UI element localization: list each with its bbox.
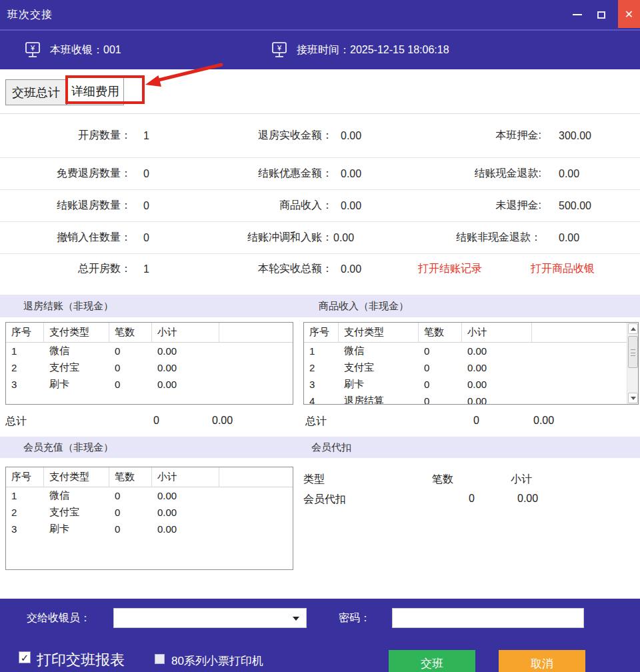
cell-index: 2 — [6, 359, 44, 376]
cell-payment-type: 支付宝 — [44, 504, 109, 521]
stat-label: 免费退房数量： — [0, 167, 131, 181]
table-row[interactable]: 4 退房结算 0 0.00 — [304, 393, 638, 405]
svg-text:¥: ¥ — [277, 44, 282, 52]
section-bar-bottom: 会员充值（非现金） 会员代扣 — [0, 437, 640, 458]
print-report-label: 打印交班报表 — [37, 650, 125, 670]
stat-label: 结账现金退款: — [400, 167, 541, 181]
open-settlement-records-link[interactable]: 打开结账记录 — [418, 262, 482, 276]
cell-payment-type: 微信 — [44, 487, 109, 504]
shift-info-bar: ¥ 本班收银：001 ¥ 接班时间：2025-12-15 18:06:18 — [0, 31, 640, 69]
stat-label: 退房实收金额： — [200, 129, 333, 143]
col-index[interactable]: 序号 — [6, 323, 44, 343]
cell-count: 0 — [109, 487, 152, 504]
cell-index: 3 — [6, 521, 44, 537]
svg-text:¥: ¥ — [30, 44, 35, 52]
cell-index: 1 — [6, 343, 44, 359]
scrollbar-thumb[interactable] — [628, 336, 638, 368]
table-row[interactable]: 1 微信 0 0.00 — [6, 343, 293, 359]
col-payment-type[interactable]: 支付类型 — [44, 467, 109, 487]
cell-count: 0 — [109, 504, 152, 521]
cell-filler — [532, 376, 638, 393]
checkout-total-count: 0 — [153, 415, 159, 427]
stat-value: 0 — [131, 232, 200, 244]
maximize-icon — [597, 11, 605, 19]
deduction-col-type: 类型 — [303, 473, 325, 487]
arrow-down-icon — [631, 397, 636, 400]
stat-value: 500.00 — [541, 200, 640, 212]
table-row[interactable]: 2 支付宝 0 0.00 — [304, 359, 638, 376]
goods-total-count: 0 — [473, 415, 479, 427]
col-subtotal[interactable]: 小计 — [152, 323, 219, 343]
cell-payment-type: 退房结算 — [339, 393, 419, 405]
goods-noncash-title: 商品收入（非现金） — [319, 300, 409, 313]
goods-total-label: 总计 — [305, 415, 327, 429]
table-row[interactable]: 3 刷卡 0 0.00 — [6, 376, 293, 393]
stat-value: 0 — [131, 168, 200, 180]
table-row[interactable]: 2 支付宝 0 0.00 — [6, 359, 293, 376]
col-subtotal[interactable]: 小计 — [462, 323, 532, 343]
cell-subtotal: 0.00 — [152, 521, 219, 537]
scroll-down-button[interactable] — [628, 393, 638, 403]
stat-value: 0.00 — [333, 168, 400, 180]
password-field[interactable] — [392, 608, 584, 628]
handover-cashier-label: 交给收银员： — [27, 608, 91, 628]
col-count[interactable]: 笔数 — [109, 467, 152, 487]
stat-value: 0.00 — [333, 130, 400, 142]
chevron-down-icon — [293, 617, 299, 621]
maximize-button[interactable] — [589, 0, 613, 29]
cell-count: 0 — [109, 376, 152, 393]
cell-index: 4 — [304, 393, 339, 405]
deduction-row-subtotal: 0.00 — [517, 493, 538, 505]
col-payment-type[interactable]: 支付类型 — [44, 323, 109, 343]
cancel-button[interactable]: 取消 — [499, 650, 585, 672]
printer80-checkbox[interactable] — [155, 654, 165, 664]
cell-subtotal: 0.00 — [462, 376, 532, 393]
cell-subtotal: 0.00 — [152, 504, 219, 521]
stats-row: 撤销入住数量： 0 结账冲调和入账： 0.00 结账非现金退款： 0.00 — [0, 222, 640, 254]
vertical-scrollbar[interactable] — [627, 323, 638, 404]
handover-cashier-select[interactable] — [113, 608, 307, 628]
col-index[interactable]: 序号 — [6, 467, 44, 487]
cell-filler — [219, 521, 293, 537]
cell-subtotal: 0.00 — [152, 487, 219, 504]
cell-payment-type: 支付宝 — [44, 359, 109, 376]
col-index[interactable]: 序号 — [304, 323, 339, 343]
tab-shift-summary[interactable]: 交班总计 — [5, 79, 67, 105]
col-count[interactable]: 笔数 — [109, 323, 152, 343]
deduction-col-count: 笔数 — [432, 473, 453, 487]
table-row[interactable]: 1 微信 0 0.00 — [304, 343, 638, 359]
open-goods-cashier-link[interactable]: 打开商品收银 — [531, 262, 595, 276]
cell-filler — [219, 487, 293, 504]
cell-payment-type: 支付宝 — [339, 359, 419, 376]
member-recharge-title: 会员充值（非现金） — [23, 441, 113, 454]
cell-count: 0 — [419, 393, 462, 405]
cell-subtotal: 0.00 — [462, 359, 532, 376]
checkout-noncash-table: 序号 支付类型 笔数 小计 1 微信 0 0.00 2 支付宝 0 0.00 3… — [5, 322, 293, 405]
cell-index: 3 — [6, 376, 44, 393]
table-row[interactable]: 1 微信 0 0.00 — [6, 487, 293, 504]
stat-value: 0.00 — [541, 168, 640, 180]
stat-value: 300.00 — [541, 130, 640, 142]
print-report-checkbox[interactable] — [19, 651, 31, 663]
scroll-up-button[interactable] — [628, 323, 638, 334]
table-header: 序号 支付类型 笔数 小计 — [304, 323, 638, 343]
col-subtotal[interactable]: 小计 — [152, 467, 219, 487]
stat-label: 结账非现金退款： — [400, 231, 541, 245]
minimize-button[interactable] — [565, 0, 589, 29]
col-payment-type[interactable]: 支付类型 — [339, 323, 419, 343]
checkout-total-amount: 0.00 — [212, 415, 233, 427]
tab-detail-fees[interactable]: 详细费用 — [67, 77, 124, 105]
handover-submit-button[interactable]: 交班 — [389, 650, 475, 672]
close-button[interactable]: ✕ — [618, 0, 640, 28]
stat-value: 0.00 — [333, 263, 400, 275]
table-row[interactable]: 3 刷卡 0 0.00 — [6, 521, 293, 537]
stat-label: 未退押金: — [400, 199, 541, 213]
stat-value: 1 — [131, 130, 200, 142]
stat-label: 商品收入： — [200, 199, 333, 213]
window-title: 班次交接 — [7, 8, 53, 22]
stat-value: 0.00 — [541, 232, 640, 244]
table-row[interactable]: 2 支付宝 0 0.00 — [6, 504, 293, 521]
col-count[interactable]: 笔数 — [419, 323, 462, 343]
cash-register-icon: ¥ — [271, 41, 288, 59]
table-row[interactable]: 3 刷卡 0 0.00 — [304, 376, 638, 393]
